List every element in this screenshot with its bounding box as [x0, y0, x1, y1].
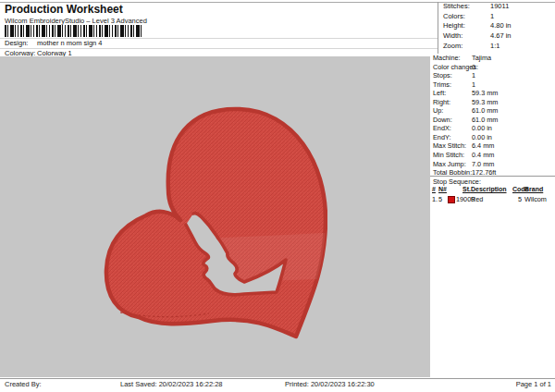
col-num: # — [432, 186, 436, 192]
height-value: 4.80 in — [490, 21, 512, 31]
barcode-image — [5, 25, 142, 37]
footer: Created By: Last Saved: 20/02/2023 16:22… — [0, 380, 555, 392]
design-canvas — [0, 56, 430, 377]
detail-row: Left:59.3 mm — [430, 89, 555, 98]
last-saved-text: Last Saved: 20/02/2023 16:22:28 — [120, 380, 223, 388]
thread-color-swatch — [448, 196, 455, 203]
summary-row-zoom: Zoom: 1:1 — [438, 42, 555, 52]
printed-text: Printed: 20/02/2023 16:22:30 — [285, 380, 375, 388]
app-subtitle: Wilcom EmbroideryStudio – Level 3 Advanc… — [5, 17, 147, 25]
cell-brand: Wilcom — [524, 195, 547, 203]
design-row: Design: mother n mom sign 4 — [5, 39, 103, 47]
summary-row-colors: Colors: 1 — [438, 12, 555, 22]
cell-code: 5 — [518, 195, 522, 203]
stop-sequence-divider — [430, 176, 555, 177]
design-summary-box: Stitches: 19011 Colors: 1 Height: 4.80 i… — [438, 2, 555, 55]
page-title: Production Worksheet — [5, 3, 123, 16]
summary-row-width: Width: 4.67 in — [438, 31, 555, 42]
width-label: Width: — [443, 31, 462, 42]
cell-description: Red — [471, 195, 483, 203]
stitches-label: Stitches: — [443, 2, 470, 12]
detail-row: Right:59.3 mm — [430, 98, 555, 107]
stop-sequence-label: Stop Sequence: — [433, 178, 481, 186]
detail-row: Min Stitch:0.4 mm — [430, 151, 555, 160]
stitches-value: 19011 — [490, 2, 509, 12]
detail-row: Stops:1 — [430, 71, 555, 80]
heart-silhouette — [106, 109, 326, 337]
footer-rule — [0, 378, 555, 379]
zoom-label: Zoom: — [443, 42, 462, 52]
design-label: Design: — [5, 39, 35, 47]
detail-row: EndY:0.00 in — [430, 133, 555, 142]
summary-row-stitches: Stitches: 19011 — [438, 2, 555, 12]
colors-label: Colors: — [443, 12, 465, 22]
stop-sequence-row: 1. 5 19009 Red 5 Wilcom — [430, 195, 555, 203]
height-label: Height: — [443, 21, 465, 31]
cell-needle: 5 — [438, 195, 442, 203]
created-by-label: Created By: — [5, 380, 42, 388]
detail-row: Machine:Tajima — [430, 54, 555, 63]
col-stitches: St. — [462, 186, 471, 192]
cell-num: 1. — [432, 195, 438, 203]
detail-row: Max Stitch:6.4 mm — [430, 141, 555, 151]
detail-row: Up:61.0 mm — [430, 106, 555, 116]
production-worksheet-window: { "header": { "title": "Production Works… — [0, 0, 555, 392]
stop-sequence-header: # N# St. Description Code Brand — [430, 186, 555, 194]
detail-row: Down:61.0 mm — [430, 116, 555, 125]
embroidery-design-mother-child-heart — [104, 104, 327, 342]
detail-row: Max Jump:7.0 mm — [430, 160, 555, 169]
col-description: Description — [471, 186, 507, 192]
detail-row: Trims:1 — [430, 80, 555, 90]
design-value: mother n mom sign 4 — [37, 39, 102, 47]
page-number: Page 1 of 1 — [516, 380, 551, 388]
summary-row-height: Height: 4.80 in — [438, 21, 555, 31]
col-needle: N# — [438, 186, 447, 192]
zoom-value: 1:1 — [490, 42, 500, 52]
colors-value: 1 — [490, 12, 494, 22]
width-value: 4.67 in — [490, 31, 512, 42]
col-brand: Brand — [524, 186, 543, 192]
machine-details-panel: Machine:Tajima Color changes:0 Stops:1 T… — [430, 54, 555, 377]
detail-row: Color changes:0 — [430, 63, 555, 72]
detail-row: EndX:0.00 in — [430, 124, 555, 133]
